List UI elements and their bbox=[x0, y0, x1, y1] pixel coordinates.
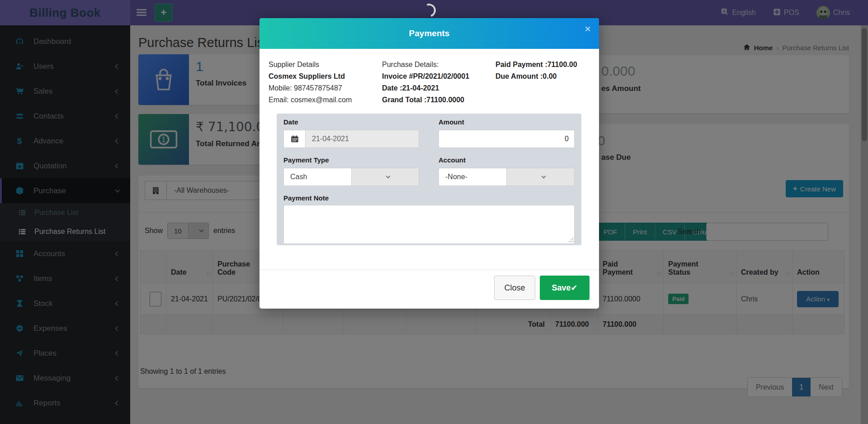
calendar-icon bbox=[283, 130, 305, 148]
account-label: Account bbox=[439, 156, 466, 164]
payment-type-select[interactable]: Cash bbox=[283, 168, 419, 186]
payment-form: Date Amount Payment Type Cash Account bbox=[277, 114, 581, 245]
payment-type-label: Payment Type bbox=[283, 156, 329, 164]
payment-note-label: Payment Note bbox=[283, 194, 329, 202]
purchase-details: Purchase Details: Invoice #PR/2021/02/00… bbox=[382, 59, 469, 106]
check-icon: ✔ bbox=[571, 283, 577, 292]
chevron-down-icon bbox=[506, 168, 574, 186]
modal-title: Payments bbox=[409, 29, 450, 38]
purchase-date: Date :21-04-2021 bbox=[382, 82, 469, 94]
close-icon[interactable]: × bbox=[585, 24, 591, 34]
supplier-mobile: Mobile: 987457875487 bbox=[269, 82, 352, 94]
payment-amount-input[interactable] bbox=[439, 130, 575, 148]
due-amount-text: Due Amount :0.00 bbox=[495, 71, 577, 82]
payment-summary: Paid Payment :71100.00 Due Amount :0.00 bbox=[495, 59, 577, 82]
account-select[interactable]: -None- bbox=[439, 168, 575, 186]
supplier-email: Email: cosmex@mail.com bbox=[269, 94, 352, 106]
amount-label: Amount bbox=[439, 118, 464, 126]
date-field-group bbox=[283, 130, 419, 148]
purchase-grand-total: Grand Total :71100.0000 bbox=[382, 94, 469, 106]
supplier-name: Cosmex Suppliers Ltd bbox=[269, 71, 352, 82]
purchase-heading: Purchase Details: bbox=[382, 59, 469, 71]
app-root: Billing Book + A English POS Chris bbox=[0, 0, 868, 424]
payment-note-textarea[interactable] bbox=[283, 205, 575, 244]
close-button[interactable]: Close bbox=[494, 276, 535, 300]
date-label: Date bbox=[283, 118, 298, 126]
modal-footer-divider bbox=[259, 270, 599, 270]
supplier-heading: Supplier Details bbox=[269, 59, 352, 71]
chevron-down-icon bbox=[351, 168, 419, 186]
payment-date-input[interactable] bbox=[305, 130, 419, 148]
save-button[interactable]: Save✔ bbox=[540, 276, 590, 300]
payments-modal: Payments × Supplier Details Cosmex Suppl… bbox=[259, 18, 599, 309]
modal-header: Payments × bbox=[259, 18, 599, 49]
purchase-invoice: Invoice #PR/2021/02/0001 bbox=[382, 71, 469, 82]
paid-payment-text: Paid Payment :71100.00 bbox=[495, 59, 577, 71]
resize-grip[interactable] bbox=[569, 238, 573, 242]
supplier-details: Supplier Details Cosmex Suppliers Ltd Mo… bbox=[269, 59, 352, 106]
